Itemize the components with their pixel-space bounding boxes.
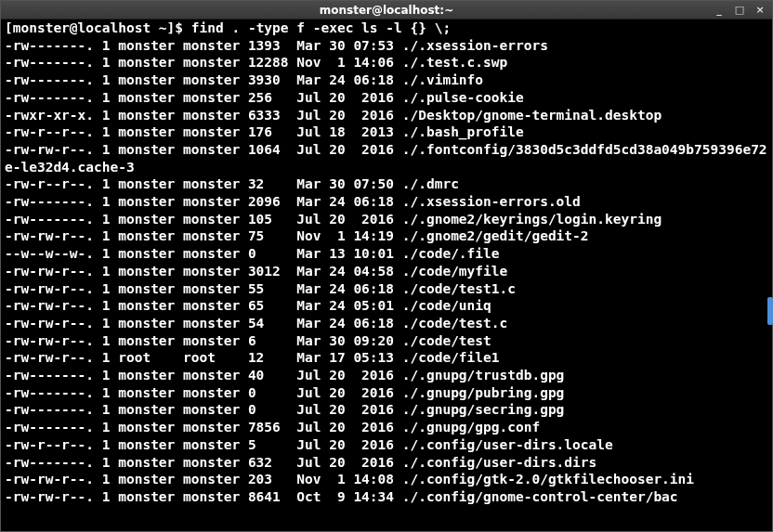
window-controls: _ □ × [709, 1, 770, 19]
terminal-window: monster@localhost:~ _ □ × [monster@local… [0, 0, 773, 532]
listing-line: -rw-rw-r--. 1 monster monster 3012 Mar 2… [5, 263, 772, 280]
listing-line: -rw-r--r--. 1 monster monster 32 Mar 30 … [5, 175, 772, 193]
window-title: monster@localhost:~ [320, 4, 453, 17]
listing-line: -rw-------. 1 monster monster 3930 Mar 2… [5, 71, 772, 89]
listing-line: -rw-------. 1 monster monster 7856 Jul 2… [5, 419, 772, 436]
listing-line: -rw-r--r--. 1 monster monster 176 Jul 18… [5, 123, 772, 141]
listing-line: -rw-------. 1 monster monster 632 Jul 20… [5, 454, 772, 472]
listing-line: -rw-rw-r--. 1 monster monster 8641 Oct 9… [5, 488, 772, 506]
maximize-button[interactable]: □ [729, 3, 750, 18]
minimize-button[interactable]: _ [709, 3, 729, 18]
listing-line: -rw-------. 1 monster monster 0 Jul 20 2… [5, 384, 772, 402]
listing-line: -rw-------. 1 monster monster 40 Jul 20 … [5, 367, 772, 384]
listing-line: -rw-rw-r--. 1 monster monster 203 Nov 1 … [5, 471, 772, 488]
prompt-line: [monster@localhost ~]$ find . -type f -e… [5, 19, 772, 37]
listing-line: --w--w--w-. 1 monster monster 0 Mar 13 1… [5, 245, 772, 263]
maximize-icon: □ [735, 4, 744, 16]
listing-line: -rw-rw-r--. 1 monster monster 54 Mar 24 … [5, 315, 772, 332]
listing-line: -rw-------. 1 monster monster 1393 Mar 3… [5, 37, 772, 55]
listing-line: -rw-------. 1 monster monster 256 Jul 20… [5, 89, 772, 107]
close-icon: × [755, 4, 764, 16]
minimize-icon: _ [716, 4, 722, 16]
listing-line: -rw-rw-r--. 1 monster monster 55 Mar 24 … [5, 280, 772, 298]
prompt: [monster@localhost ~]$ [5, 20, 191, 35]
titlebar[interactable]: monster@localhost:~ _ □ × [1, 1, 772, 19]
listing-line: -rw-r--r--. 1 monster monster 5 Jul 20 2… [5, 436, 772, 454]
listing-line: -rw-rw-r--. 1 monster monster 1064 Jul 2… [5, 141, 772, 175]
listing-line: -rw-rw-r--. 1 root root 12 Mar 17 05:13 … [5, 349, 772, 367]
listing-line: -rw-------. 1 monster monster 105 Jul 20… [5, 211, 772, 228]
command-text: find . -type f -exec ls -l {} \; [191, 20, 451, 35]
listing-line: -rw-rw-r--. 1 monster monster 65 Mar 24 … [5, 297, 772, 315]
listing-line: -rwxr-xr-x. 1 monster monster 6333 Jul 2… [5, 107, 772, 124]
close-button[interactable]: × [750, 3, 770, 18]
listing-line: -rw-------. 1 monster monster 2096 Mar 2… [5, 193, 772, 211]
terminal-body[interactable]: [monster@localhost ~]$ find . -type f -e… [1, 19, 772, 531]
scrollbar-thumb[interactable] [767, 297, 773, 325]
listing-line: -rw-rw-r--. 1 monster monster 75 Nov 1 1… [5, 227, 772, 245]
listing-line: -rw-------. 1 monster monster 0 Jul 20 2… [5, 401, 772, 419]
listing-line: -rw-------. 1 monster monster 12288 Nov … [5, 54, 772, 71]
listing-line: -rw-rw-r--. 1 monster monster 6 Mar 30 0… [5, 332, 772, 350]
